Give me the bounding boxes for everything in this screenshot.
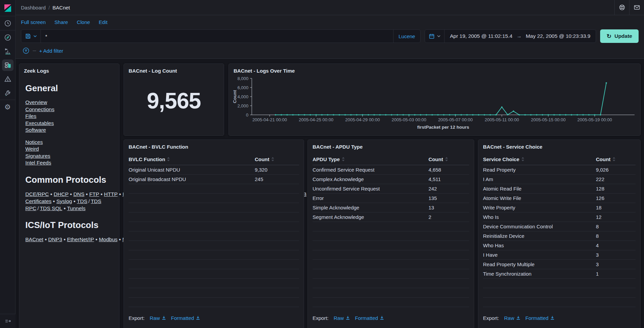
service-choice-table: Service ChoiceCountRead Property9,026I A… <box>478 154 640 307</box>
apdu-type-table: APDU TypeCountConfirmed Service Request4… <box>308 154 474 307</box>
export-formatted-link[interactable]: Formatted <box>171 315 200 321</box>
table-row: Device Communication Control8 <box>483 222 636 231</box>
zeek-link-weird[interactable]: Weird <box>25 146 39 153</box>
export-formatted-link[interactable]: Formatted <box>526 315 555 321</box>
empty-table-row <box>129 184 299 194</box>
y-tick-label: 2,000 <box>237 103 248 108</box>
table-row: Who Has4 <box>483 241 636 250</box>
data-point <box>292 114 294 116</box>
protocol-link-dns[interactable]: DNS <box>73 191 84 197</box>
sidebar-item-discover[interactable] <box>0 30 16 44</box>
empty-table-row <box>483 279 636 288</box>
sidebar-item-management[interactable]: ⚙ <box>0 100 16 114</box>
protocol-link-syslog[interactable]: Syslog <box>56 198 72 204</box>
bvlc-function-table: BVLC FunctionCountOriginal Unicast NPDU9… <box>124 154 304 307</box>
data-point <box>431 114 433 116</box>
data-point <box>484 114 485 116</box>
log-count-value: 9,565 <box>124 88 224 113</box>
column-header-count[interactable]: Count <box>428 156 469 162</box>
protocol-link-bacnet[interactable]: BACnet <box>25 236 43 242</box>
collapse-nav-button[interactable] <box>0 314 16 328</box>
sidebar-item-alerts[interactable] <box>0 72 16 86</box>
cell-label: Original Broadcast NPDU <box>129 176 255 182</box>
export-formatted-link[interactable]: Formatted <box>355 315 384 321</box>
query-language-button[interactable]: Lucene <box>393 30 420 43</box>
start-date-button[interactable]: Apr 19, 2005 @ 11:02:15.4 <box>450 33 512 39</box>
menu-link[interactable]: Edit <box>99 19 108 25</box>
protocol-link-tds-sql[interactable]: TDS SQL <box>40 205 62 211</box>
kibana-logo[interactable] <box>0 0 16 16</box>
cell-label: I Am <box>483 176 596 182</box>
column-header-service-choice[interactable]: Service Choice <box>483 156 596 162</box>
cell-count: 4 <box>596 243 636 248</box>
export-raw-link[interactable]: Raw <box>150 315 166 321</box>
cell-count: 222 <box>596 176 636 182</box>
wrench-icon <box>4 89 12 97</box>
add-filter-button[interactable]: + Add filter <box>39 48 63 54</box>
app-navbar: ⚙ <box>0 0 16 328</box>
help-button[interactable] <box>614 0 629 15</box>
update-button[interactable]: ↻ Update <box>600 29 639 43</box>
protocol-link-dce-rpc[interactable]: DCE/RPC <box>25 191 49 197</box>
zeek-link-notices[interactable]: Notices <box>25 139 43 146</box>
zeek-link-overview[interactable]: Overview <box>25 99 47 106</box>
newsfeed-button[interactable] <box>629 0 644 15</box>
cell-label: Complex Acknowledge <box>313 176 428 182</box>
end-date-button[interactable]: May 22, 2005 @ 10:23:33.9 <box>526 33 591 39</box>
data-point <box>362 114 363 116</box>
empty-table-row <box>129 250 299 260</box>
breadcrumb-dashboard[interactable]: Dashboard <box>21 5 46 10</box>
zeek-link-executables[interactable]: Executables <box>25 120 54 127</box>
zeek-link-software[interactable]: Software <box>25 127 46 134</box>
data-point <box>600 114 601 116</box>
menu-link[interactable]: Full screen <box>21 19 46 25</box>
protocol-link-tds[interactable]: TDS <box>77 198 87 204</box>
data-point <box>408 114 410 116</box>
data-point <box>426 114 427 116</box>
empty-table-row <box>313 269 469 279</box>
empty-table-row <box>129 260 299 269</box>
data-point <box>402 114 404 116</box>
data-point <box>507 114 508 116</box>
zeek-link-files[interactable]: Files <box>25 113 36 120</box>
export-raw-link[interactable]: Raw <box>504 315 520 321</box>
column-header-count[interactable]: Count <box>255 156 299 162</box>
data-point <box>310 114 311 116</box>
zeek-link-connections[interactable]: Connections <box>25 106 54 113</box>
zeek-link-intel-feeds[interactable]: Intel Feeds <box>25 159 51 167</box>
column-header-apdu-type[interactable]: APDU Type <box>313 156 428 162</box>
empty-table-row <box>313 260 469 269</box>
cell-label: Error <box>313 195 428 201</box>
date-quick-menu-button[interactable] <box>425 30 445 43</box>
x-tick-label: 2005-05-11 00:00 <box>485 117 519 122</box>
table-row: Reinitialize Device8 <box>483 231 636 241</box>
protocol-link-modbus[interactable]: Modbus <box>99 236 117 242</box>
filter-icon[interactable] <box>22 47 30 54</box>
column-header-count[interactable]: Count <box>596 156 636 162</box>
protocol-link-ethernet-ip[interactable]: EtherNet/IP <box>67 236 94 242</box>
separator-bullet: ● <box>45 237 47 241</box>
sidebar-item-recently-viewed[interactable] <box>0 16 16 30</box>
search-query-input[interactable] <box>41 30 393 43</box>
data-point <box>466 114 468 116</box>
sidebar-item-dev-tools[interactable] <box>0 86 16 100</box>
menu-link[interactable]: Share <box>54 19 68 25</box>
table-row: Confirmed Service Request4,658 <box>313 165 469 175</box>
protocol-link-dnp3[interactable]: DNP3 <box>48 236 62 242</box>
menu-link[interactable]: Clone <box>77 19 90 25</box>
export-raw-link[interactable]: Raw <box>334 315 350 321</box>
data-point <box>304 114 305 116</box>
sidebar-item-visualize[interactable] <box>0 44 16 58</box>
protocol-link-tunnels[interactable]: Tunnels <box>67 205 86 211</box>
export-label: Export: <box>313 315 329 321</box>
table-row: Read Property Multiple3 <box>483 260 636 269</box>
protocol-link-ftp[interactable]: FTP <box>89 191 99 197</box>
panel-bvlc-function: BACnet - BVLC Function BVLC FunctionCoun… <box>124 140 304 328</box>
protocol-link-dhcp[interactable]: DHCP <box>54 191 69 197</box>
zeek-link-signatures[interactable]: Signatures <box>25 153 50 160</box>
column-header-bvlc-function[interactable]: BVLC Function <box>129 156 255 162</box>
protocol-link-http[interactable]: HTTP <box>104 191 117 197</box>
saved-query-menu-button[interactable] <box>21 30 41 43</box>
cell-label: Read Property Multiple <box>483 261 596 267</box>
sidebar-item-dashboard[interactable] <box>0 58 16 72</box>
